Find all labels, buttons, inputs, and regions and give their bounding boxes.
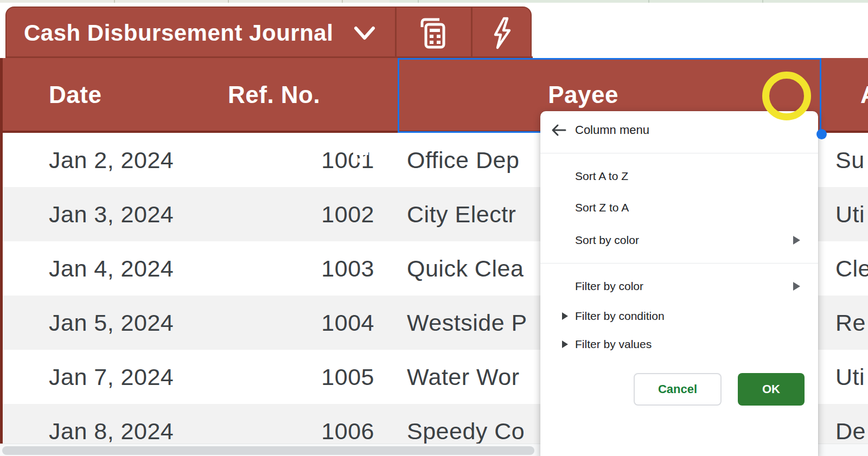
column-header-date[interactable]: Date [49, 58, 101, 133]
cell-date[interactable]: Jan 3, 2024 [49, 187, 174, 241]
submenu-arrow-icon [793, 282, 800, 291]
cell-gridline [762, 0, 763, 3]
cell-gridline [342, 0, 343, 3]
menu-item-sort-a-to-z[interactable]: Sort A to Z [575, 165, 628, 187]
cell-gridline [648, 0, 649, 3]
menu-divider [540, 153, 818, 153]
column-menu-panel: Column menu Sort A to Z Sort Z to A Sort… [540, 111, 818, 456]
cell-gridline [114, 0, 115, 3]
table-border [0, 58, 3, 444]
table-tools-button[interactable] [397, 8, 467, 58]
cell-date[interactable]: Jan 7, 2024 [49, 350, 174, 404]
cell-payee[interactable]: Quick Clea [407, 241, 524, 296]
cell-date[interactable]: Jan 2, 2024 [49, 133, 174, 187]
cell-account[interactable]: Uti [835, 350, 865, 404]
background-cells-strip [0, 0, 390, 3]
cell-ref-no[interactable]: 1004 [244, 296, 374, 350]
ok-button[interactable]: OK [738, 373, 805, 406]
cell-ref-no[interactable]: 1002 [244, 187, 374, 241]
calculator-icon [417, 16, 446, 50]
cell-payee[interactable]: Westside P [407, 296, 527, 350]
cell-account[interactable]: Uti [835, 187, 865, 241]
menu-item-sort-by-color[interactable]: Sort by color [575, 229, 639, 251]
cell-account[interactable]: Su [835, 133, 865, 187]
quick-actions-button[interactable] [473, 8, 531, 58]
cell-payee[interactable]: Water Wor [407, 350, 520, 404]
menu-item-filter-by-color[interactable]: Filter by color [575, 275, 643, 297]
cell-ref-no[interactable]: 1003 [244, 241, 374, 296]
cell-payee[interactable]: City Electr [407, 187, 516, 241]
chevron-down-icon[interactable] [353, 25, 376, 41]
cell-gridline [418, 0, 419, 3]
sheet-tab-title[interactable]: Cash Disbursement Journal [24, 8, 333, 59]
submenu-arrow-icon [793, 236, 800, 245]
filter-icon-ref-no[interactable] [348, 144, 373, 164]
selection-fill-handle[interactable] [816, 129, 827, 139]
highlight-circle-annotation [762, 72, 811, 120]
cancel-button[interactable]: Cancel [634, 373, 722, 406]
filter-icon-date[interactable] [168, 144, 193, 164]
column-menu-header: Column menu [540, 119, 818, 141]
sheet-tab-bar: Cash Disbursement Journal [5, 7, 532, 58]
cell-gridline [228, 0, 229, 3]
column-menu-title: Column menu [575, 119, 649, 141]
column-header-ref-no[interactable]: Ref. No. [228, 58, 320, 133]
cell-payee[interactable]: Office Dep [407, 133, 519, 187]
menu-item-filter-by-condition[interactable]: Filter by condition [575, 305, 665, 327]
scrollbar-thumb[interactable] [2, 446, 534, 455]
cell-account[interactable]: Re [835, 296, 866, 350]
back-arrow-icon[interactable] [550, 121, 567, 139]
menu-divider [540, 263, 818, 264]
expand-arrow-icon[interactable] [562, 312, 568, 320]
expand-arrow-icon[interactable] [562, 341, 568, 348]
menu-item-sort-z-to-a[interactable]: Sort Z to A [575, 197, 629, 219]
column-header-account[interactable]: A [860, 58, 868, 133]
cell-account[interactable]: Cle [835, 241, 868, 296]
background-cells-strip [390, 0, 868, 3]
cell-date[interactable]: Jan 5, 2024 [49, 296, 174, 350]
cell-date[interactable]: Jan 4, 2024 [49, 241, 174, 296]
cell-ref-no[interactable]: 1005 [244, 350, 374, 404]
menu-item-filter-by-values[interactable]: Filter by values [575, 333, 652, 355]
lightning-bolt-icon [488, 15, 516, 51]
